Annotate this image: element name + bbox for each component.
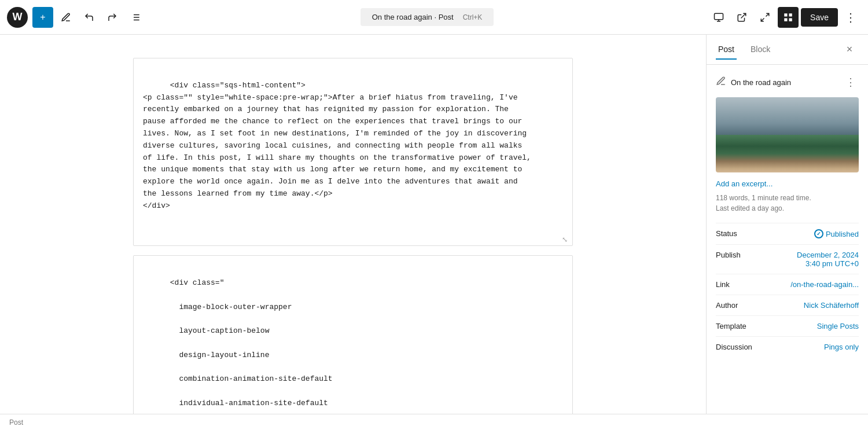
status-bar: Post (0, 414, 868, 430)
post-title: On the road again · Post (372, 13, 454, 21)
svg-rect-14 (789, 18, 792, 21)
tab-block[interactable]: Block (748, 40, 773, 60)
link-label: Link (716, 280, 762, 289)
template-value[interactable]: Single Posts (817, 322, 859, 330)
word-count: 118 words, 1 minute read time. (716, 193, 859, 203)
status-label: Status (716, 229, 762, 238)
undo-button[interactable] (79, 7, 100, 28)
link-row: Link /on-the-road-again... (716, 274, 859, 295)
featured-image-visual (716, 97, 859, 172)
wp-logo[interactable]: W (7, 7, 28, 28)
author-label: Author (716, 301, 762, 310)
template-label: Template (716, 322, 762, 330)
tools-button[interactable] (56, 7, 76, 28)
sidebar: Post Block × On the road again ⋮ (706, 35, 868, 414)
author-row: Author Nick Schäferhoff (716, 295, 859, 315)
sidebar-content: On the road again ⋮ Add an excerpt... 11… (707, 65, 868, 366)
main-container: <div class="sqs-html-content"> <p class=… (0, 35, 868, 414)
svg-rect-15 (784, 18, 787, 21)
featured-image[interactable] (716, 97, 859, 172)
keyboard-shortcut: Ctrl+K (463, 13, 483, 21)
status-value: Published (814, 229, 859, 238)
svg-line-11 (761, 18, 764, 21)
editor-area: <div class="sqs-html-content"> <p class=… (0, 35, 706, 414)
status-bar-label: Post (9, 418, 23, 427)
svg-rect-13 (789, 13, 792, 16)
list-view-button[interactable] (125, 7, 146, 28)
svg-rect-6 (715, 13, 723, 20)
publish-label: Publish (716, 251, 762, 259)
save-button[interactable]: Save (801, 8, 838, 27)
close-sidebar-button[interactable]: × (840, 41, 859, 59)
redo-button[interactable] (102, 7, 123, 28)
code-block-1[interactable]: <div class="sqs-html-content"> <p class=… (133, 58, 573, 246)
post-title-sidebar: On the road again (731, 78, 791, 87)
svg-rect-12 (784, 13, 787, 16)
discussion-row: Discussion Pings only (716, 336, 859, 357)
published-check-icon (814, 229, 823, 238)
sidebar-tabs: Post Block × (707, 35, 868, 65)
author-value[interactable]: Nick Schäferhoff (804, 301, 859, 310)
toolbar-right: Save ⋮ (708, 7, 861, 28)
template-row: Template Single Posts (716, 315, 859, 336)
code-block-2[interactable]: <div class=" image-block-outer-wrapper l… (133, 255, 573, 414)
add-excerpt-link[interactable]: Add an excerpt... (716, 179, 859, 188)
post-options-button[interactable]: ⋮ (843, 74, 859, 90)
tab-post[interactable]: Post (716, 40, 737, 60)
resize-handle-1[interactable]: ⤡ (562, 235, 570, 243)
link-value[interactable]: /on-the-road-again... (790, 280, 859, 289)
post-title-bar[interactable]: On the road again · Post Ctrl+K (361, 8, 494, 26)
post-header: On the road again ⋮ (716, 74, 859, 90)
more-options-button[interactable]: ⋮ (840, 7, 861, 28)
post-header-left: On the road again (716, 76, 791, 89)
last-edited: Last edited a day ago. (716, 203, 859, 214)
toolbar-left: W + (7, 7, 146, 28)
post-meta-text: 118 words, 1 minute read time. Last edit… (716, 193, 859, 214)
publish-value[interactable]: December 2, 2024 3:40 pm UTC+0 (797, 251, 859, 268)
publish-row: Publish December 2, 2024 3:40 pm UTC+0 (716, 244, 859, 274)
svg-line-9 (741, 13, 746, 18)
discussion-label: Discussion (716, 343, 762, 351)
fullscreen-button[interactable] (755, 7, 775, 28)
add-block-button[interactable]: + (32, 7, 53, 28)
desktop-view-button[interactable] (708, 7, 729, 28)
svg-line-10 (766, 13, 769, 16)
post-type-icon (716, 76, 726, 89)
toolbar: W + On the road again · Post Ctrl+K (0, 0, 868, 35)
discussion-value[interactable]: Pings only (824, 343, 859, 351)
settings-panel-button[interactable] (778, 7, 799, 28)
external-link-button[interactable] (731, 7, 752, 28)
status-row: Status Published (716, 223, 859, 244)
toolbar-center: On the road again · Post Ctrl+K (146, 8, 708, 26)
